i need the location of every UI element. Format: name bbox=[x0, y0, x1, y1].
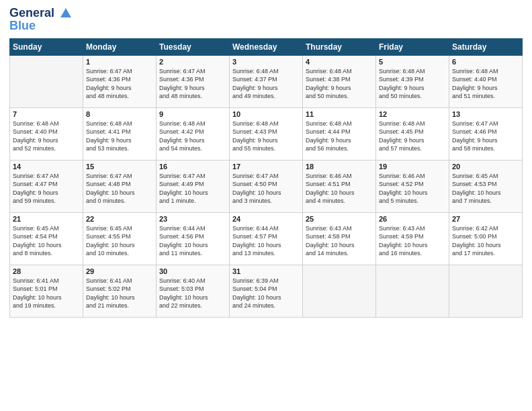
calendar-cell bbox=[449, 265, 523, 318]
calendar-cell: 8Sunrise: 6:48 AMSunset: 4:41 PMDaylight… bbox=[83, 108, 157, 161]
calendar-cell: 28Sunrise: 6:41 AMSunset: 5:01 PMDayligh… bbox=[10, 265, 83, 318]
day-info: Sunrise: 6:48 AMSunset: 4:37 PMDaylight:… bbox=[232, 67, 300, 100]
day-info: Sunrise: 6:45 AMSunset: 4:53 PMDaylight:… bbox=[452, 172, 519, 205]
weekday-header: Monday bbox=[83, 39, 157, 56]
calendar-cell bbox=[10, 56, 83, 108]
logo-icon bbox=[59, 7, 73, 20]
day-info: Sunrise: 6:44 AMSunset: 4:57 PMDaylight:… bbox=[232, 224, 300, 257]
header-row: SundayMondayTuesdayWednesdayThursdayFrid… bbox=[10, 39, 523, 56]
day-number: 13 bbox=[452, 110, 519, 118]
day-info: Sunrise: 6:41 AMSunset: 5:01 PMDaylight:… bbox=[13, 277, 80, 310]
logo-text: General bbox=[9, 7, 73, 20]
calendar-cell: 29Sunrise: 6:41 AMSunset: 5:02 PMDayligh… bbox=[83, 265, 157, 318]
day-info: Sunrise: 6:48 AMSunset: 4:40 PMDaylight:… bbox=[452, 67, 519, 100]
day-number: 7 bbox=[13, 110, 80, 118]
calendar-table: SundayMondayTuesdayWednesdayThursdayFrid… bbox=[9, 38, 523, 318]
day-number: 3 bbox=[232, 58, 300, 66]
calendar-cell bbox=[303, 265, 376, 318]
calendar-cell: 27Sunrise: 6:42 AMSunset: 5:00 PMDayligh… bbox=[449, 213, 523, 265]
calendar-cell: 6Sunrise: 6:48 AMSunset: 4:40 PMDaylight… bbox=[449, 56, 523, 108]
day-number: 15 bbox=[86, 163, 153, 171]
day-info: Sunrise: 6:48 AMSunset: 4:40 PMDaylight:… bbox=[13, 120, 80, 152]
day-info: Sunrise: 6:46 AMSunset: 4:52 PMDaylight:… bbox=[379, 172, 446, 205]
header: General Blue bbox=[9, 7, 523, 33]
day-number: 2 bbox=[159, 58, 226, 66]
logo-blue: Blue bbox=[9, 19, 73, 33]
calendar-cell: 23Sunrise: 6:44 AMSunset: 4:56 PMDayligh… bbox=[157, 213, 230, 265]
calendar-week-row: 21Sunrise: 6:45 AMSunset: 4:54 PMDayligh… bbox=[10, 213, 523, 265]
day-info: Sunrise: 6:47 AMSunset: 4:50 PMDaylight:… bbox=[232, 172, 300, 205]
day-info: Sunrise: 6:47 AMSunset: 4:46 PMDaylight:… bbox=[452, 120, 519, 152]
calendar-cell: 4Sunrise: 6:48 AMSunset: 4:38 PMDaylight… bbox=[303, 56, 376, 108]
calendar-cell: 7Sunrise: 6:48 AMSunset: 4:40 PMDaylight… bbox=[10, 108, 83, 161]
day-number: 28 bbox=[13, 267, 80, 275]
day-number: 18 bbox=[306, 163, 373, 171]
day-number: 14 bbox=[13, 163, 80, 171]
day-info: Sunrise: 6:46 AMSunset: 4:51 PMDaylight:… bbox=[306, 172, 373, 205]
day-info: Sunrise: 6:40 AMSunset: 5:03 PMDaylight:… bbox=[159, 277, 226, 310]
calendar-cell: 31Sunrise: 6:39 AMSunset: 5:04 PMDayligh… bbox=[230, 265, 303, 318]
calendar-cell: 16Sunrise: 6:47 AMSunset: 4:49 PMDayligh… bbox=[157, 161, 230, 213]
weekday-header: Friday bbox=[376, 39, 449, 56]
day-info: Sunrise: 6:47 AMSunset: 4:47 PMDaylight:… bbox=[13, 172, 80, 205]
day-info: Sunrise: 6:43 AMSunset: 4:59 PMDaylight:… bbox=[379, 224, 446, 257]
day-number: 26 bbox=[379, 215, 446, 223]
calendar-week-row: 7Sunrise: 6:48 AMSunset: 4:40 PMDaylight… bbox=[10, 108, 523, 161]
weekday-header: Thursday bbox=[303, 39, 376, 56]
calendar-cell: 21Sunrise: 6:45 AMSunset: 4:54 PMDayligh… bbox=[10, 213, 83, 265]
day-number: 24 bbox=[232, 215, 300, 223]
day-number: 8 bbox=[86, 110, 153, 118]
day-number: 22 bbox=[86, 215, 153, 223]
day-number: 19 bbox=[379, 163, 446, 171]
day-number: 6 bbox=[452, 58, 519, 66]
calendar-cell: 1Sunrise: 6:47 AMSunset: 4:36 PMDaylight… bbox=[83, 56, 157, 108]
day-number: 12 bbox=[379, 110, 446, 118]
day-info: Sunrise: 6:48 AMSunset: 4:39 PMDaylight:… bbox=[379, 67, 446, 100]
day-info: Sunrise: 6:45 AMSunset: 4:55 PMDaylight:… bbox=[86, 224, 153, 257]
day-info: Sunrise: 6:47 AMSunset: 4:49 PMDaylight:… bbox=[159, 172, 226, 205]
logo: General Blue bbox=[9, 7, 73, 33]
day-number: 30 bbox=[159, 267, 226, 275]
day-info: Sunrise: 6:47 AMSunset: 4:36 PMDaylight:… bbox=[159, 67, 226, 100]
calendar-cell: 17Sunrise: 6:47 AMSunset: 4:50 PMDayligh… bbox=[230, 161, 303, 213]
day-info: Sunrise: 6:42 AMSunset: 5:00 PMDaylight:… bbox=[452, 224, 519, 257]
day-info: Sunrise: 6:47 AMSunset: 4:36 PMDaylight:… bbox=[86, 67, 153, 100]
day-number: 25 bbox=[306, 215, 373, 223]
day-number: 10 bbox=[232, 110, 300, 118]
day-info: Sunrise: 6:39 AMSunset: 5:04 PMDaylight:… bbox=[232, 277, 300, 310]
calendar-cell: 10Sunrise: 6:48 AMSunset: 4:43 PMDayligh… bbox=[230, 108, 303, 161]
calendar-cell: 3Sunrise: 6:48 AMSunset: 4:37 PMDaylight… bbox=[230, 56, 303, 108]
calendar-week-row: 1Sunrise: 6:47 AMSunset: 4:36 PMDaylight… bbox=[10, 56, 523, 108]
day-info: Sunrise: 6:41 AMSunset: 5:02 PMDaylight:… bbox=[86, 277, 153, 310]
weekday-header: Sunday bbox=[10, 39, 83, 56]
day-number: 21 bbox=[13, 215, 80, 223]
calendar-cell: 26Sunrise: 6:43 AMSunset: 4:59 PMDayligh… bbox=[376, 213, 449, 265]
day-number: 11 bbox=[306, 110, 373, 118]
calendar-cell: 24Sunrise: 6:44 AMSunset: 4:57 PMDayligh… bbox=[230, 213, 303, 265]
weekday-header: Tuesday bbox=[157, 39, 230, 56]
calendar-cell: 12Sunrise: 6:48 AMSunset: 4:45 PMDayligh… bbox=[376, 108, 449, 161]
day-info: Sunrise: 6:48 AMSunset: 4:41 PMDaylight:… bbox=[86, 120, 153, 152]
weekday-header: Wednesday bbox=[230, 39, 303, 56]
day-number: 17 bbox=[232, 163, 300, 171]
day-number: 31 bbox=[232, 267, 300, 275]
calendar-week-row: 28Sunrise: 6:41 AMSunset: 5:01 PMDayligh… bbox=[10, 265, 523, 318]
day-info: Sunrise: 6:47 AMSunset: 4:48 PMDaylight:… bbox=[86, 172, 153, 205]
day-number: 29 bbox=[86, 267, 153, 275]
calendar-cell: 30Sunrise: 6:40 AMSunset: 5:03 PMDayligh… bbox=[157, 265, 230, 318]
day-number: 27 bbox=[452, 215, 519, 223]
calendar-cell: 25Sunrise: 6:43 AMSunset: 4:58 PMDayligh… bbox=[303, 213, 376, 265]
calendar-cell: 22Sunrise: 6:45 AMSunset: 4:55 PMDayligh… bbox=[83, 213, 157, 265]
svg-marker-0 bbox=[60, 8, 71, 17]
calendar-cell: 11Sunrise: 6:48 AMSunset: 4:44 PMDayligh… bbox=[303, 108, 376, 161]
weekday-header: Saturday bbox=[449, 39, 523, 56]
calendar-cell: 9Sunrise: 6:48 AMSunset: 4:42 PMDaylight… bbox=[157, 108, 230, 161]
calendar-cell: 18Sunrise: 6:46 AMSunset: 4:51 PMDayligh… bbox=[303, 161, 376, 213]
day-info: Sunrise: 6:48 AMSunset: 4:44 PMDaylight:… bbox=[306, 120, 373, 152]
calendar-cell: 2Sunrise: 6:47 AMSunset: 4:36 PMDaylight… bbox=[157, 56, 230, 108]
day-info: Sunrise: 6:48 AMSunset: 4:38 PMDaylight:… bbox=[306, 67, 373, 100]
calendar-week-row: 14Sunrise: 6:47 AMSunset: 4:47 PMDayligh… bbox=[10, 161, 523, 213]
day-info: Sunrise: 6:44 AMSunset: 4:56 PMDaylight:… bbox=[159, 224, 226, 257]
calendar-cell: 20Sunrise: 6:45 AMSunset: 4:53 PMDayligh… bbox=[449, 161, 523, 213]
day-info: Sunrise: 6:48 AMSunset: 4:42 PMDaylight:… bbox=[159, 120, 226, 152]
